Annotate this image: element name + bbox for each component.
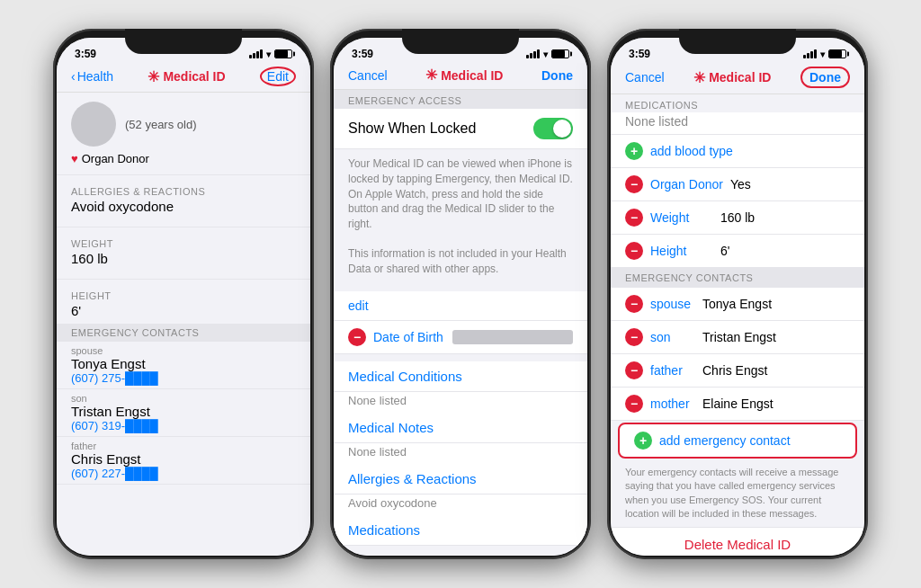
heart-icon-1: ♥ — [71, 152, 78, 165]
minus-mother-button-3[interactable]: − — [625, 395, 643, 413]
signal-icon-1 — [249, 49, 263, 58]
status-time-1: 3:59 — [75, 48, 96, 60]
weight-section-1: Weight 160 lb — [57, 235, 310, 272]
emergency-contacts-header-1: EMERGENCY CONTACTS — [57, 324, 310, 342]
height-section-1: Height 6' — [57, 287, 310, 324]
phone-1-screen: 3:59 ▾ ‹ Health — [57, 38, 310, 556]
scroll-content-1: (52 years old) ♥ Organ Donor Allergies &… — [57, 93, 310, 556]
delete-medical-id-button-3[interactable]: Delete Medical ID — [611, 527, 864, 556]
minus-son-button-3[interactable]: − — [625, 328, 643, 346]
status-time-3: 3:59 — [629, 48, 650, 60]
dob-label-2: Date of Birth — [373, 330, 445, 344]
contact-1-son: son Tristan Engst (607) 319-████ — [57, 389, 310, 437]
emergency-access-note-2: This information is not included in your… — [334, 239, 587, 284]
contact-3-spouse: − spouse Tonya Engst — [611, 288, 864, 321]
minus-spouse-button-3[interactable]: − — [625, 295, 643, 313]
height-row-3: − Height 6' — [611, 235, 864, 268]
done-button-3[interactable]: Done — [800, 67, 850, 88]
allergies-value-2: Avoid oxycodone — [334, 494, 587, 515]
emergency-note-3: Your emergency contacts will receive a m… — [611, 460, 864, 527]
emergency-access-desc-2: Your Medical ID can be viewed when iPhon… — [334, 149, 587, 239]
organ-donor-1: ♥ Organ Donor — [57, 150, 310, 167]
status-icons-1: ▾ — [249, 49, 292, 59]
show-when-locked-row-2: Show When Locked — [334, 109, 587, 149]
status-icons-3: ▾ — [803, 49, 846, 59]
minus-father-button-3[interactable]: − — [625, 361, 643, 379]
avatar-1 — [71, 102, 116, 147]
minus-dob-button-2[interactable]: − — [348, 328, 366, 346]
divider-1b — [57, 227, 310, 227]
phone-1: 3:59 ▾ ‹ Health — [53, 29, 314, 559]
plus-blood-type-button-3[interactable]: + — [625, 142, 643, 160]
allergies-link-2[interactable]: Allergies & Reactions — [334, 464, 587, 494]
cancel-button-2[interactable]: Cancel — [348, 68, 388, 83]
signal-icon-2 — [526, 49, 540, 58]
phone-3-screen: 3:59 ▾ Cancel ✳ — [611, 38, 864, 556]
medications-link-2[interactable]: Medications — [334, 515, 587, 546]
scroll-content-3: Medications None listed + add blood type… — [611, 94, 864, 556]
status-bar-3: 3:59 ▾ — [611, 38, 864, 63]
divider-1c — [57, 279, 310, 280]
dob-value-2 — [452, 330, 573, 344]
battery-icon-1 — [274, 49, 292, 58]
emergency-contacts-header-3: EMERGENCY CONTACTS — [611, 268, 864, 288]
status-time-2: 3:59 — [352, 48, 373, 60]
phones-container: 3:59 ▾ ‹ Health — [35, 11, 886, 577]
medical-conditions-value-2: None listed — [334, 392, 587, 413]
chevron-left-icon-1: ‹ — [71, 69, 76, 84]
divider-1a — [57, 174, 310, 175]
weight-row-3: − Weight 160 lb — [611, 201, 864, 235]
contact-1-spouse: spouse Tonya Engst (607) 275-████ — [57, 342, 310, 389]
wifi-icon-1: ▾ — [266, 49, 271, 59]
weight-value-3: 160 lb — [720, 210, 755, 225]
phone-3: 3:59 ▾ Cancel ✳ — [607, 29, 868, 559]
signal-icon-3 — [803, 49, 817, 58]
medical-notes-link-2[interactable]: Medical Notes — [334, 413, 587, 443]
organ-donor-label-3: Organ Donor — [650, 177, 723, 192]
contact-3-father: − father Chris Engst — [611, 354, 864, 388]
medical-conditions-link-2[interactable]: Medical Conditions — [334, 361, 587, 392]
weight-label-3: Weight — [650, 210, 713, 225]
profile-age-1: (52 years old) — [125, 118, 196, 131]
cancel-button-3[interactable]: Cancel — [625, 70, 665, 85]
wifi-icon-3: ▾ — [820, 49, 825, 59]
minus-weight-button-3[interactable]: − — [625, 209, 643, 227]
add-emergency-link-3[interactable]: add emergency contact — [659, 433, 791, 448]
plus-emergency-button-3[interactable]: + — [634, 432, 652, 450]
contact-3-mother: − mother Elaine Engst — [611, 388, 864, 421]
minus-organ-donor-button-3[interactable]: − — [625, 175, 643, 193]
asterisk-icon-1: ✳ — [148, 68, 159, 85]
height-value-3: 6' — [720, 244, 729, 258]
phone-2: 3:59 ▾ Cancel ✳ — [330, 29, 591, 559]
organ-donor-value-3: Yes — [730, 177, 751, 192]
show-locked-toggle-2[interactable] — [533, 118, 573, 139]
organ-donor-row-3: − Organ Donor Yes — [611, 168, 864, 201]
allergies-section-1: Allergies & Reactions Avoid oxycodone — [57, 183, 310, 219]
medications-label-3: Medications — [611, 94, 864, 112]
add-blood-type-row-3: + add blood type — [611, 135, 864, 168]
scroll-content-2: EMERGENCY ACCESS Show When Locked Your M… — [334, 90, 587, 556]
nav-bar-2: Cancel ✳ Medical ID Done — [334, 63, 587, 90]
height-label-3: Height — [650, 244, 713, 258]
back-button-1[interactable]: ‹ Health — [71, 69, 113, 84]
status-bar-1: 3:59 ▾ — [57, 38, 310, 63]
battery-icon-3 — [828, 49, 846, 58]
status-icons-2: ▾ — [526, 49, 569, 59]
nav-bar-1: ‹ Health ✳ Medical ID Edit — [57, 63, 310, 93]
profile-row-1: (52 years old) — [57, 93, 310, 150]
contact-1-father: father Chris Engst (607) 227-████ — [57, 437, 310, 485]
medications-value-3: None listed — [611, 112, 864, 135]
nav-title-2: ✳ Medical ID — [425, 67, 503, 84]
emergency-access-header-2: EMERGENCY ACCESS — [334, 90, 587, 109]
minus-height-button-3[interactable]: − — [625, 242, 643, 260]
add-blood-type-link-3[interactable]: add blood type — [650, 144, 733, 158]
wifi-icon-2: ▾ — [543, 49, 548, 59]
add-emergency-contact-row-3: + add emergency contact — [618, 423, 857, 459]
edit-link-2[interactable]: edit — [334, 291, 587, 321]
edit-button-1[interactable]: Edit — [260, 67, 296, 86]
contact-3-son: − son Tristan Engst — [611, 321, 864, 354]
battery-icon-2 — [551, 49, 569, 58]
done-button-2[interactable]: Done — [541, 68, 573, 83]
medical-notes-value-2: None listed — [334, 443, 587, 464]
nav-title-3: ✳ Medical ID — [693, 69, 771, 86]
